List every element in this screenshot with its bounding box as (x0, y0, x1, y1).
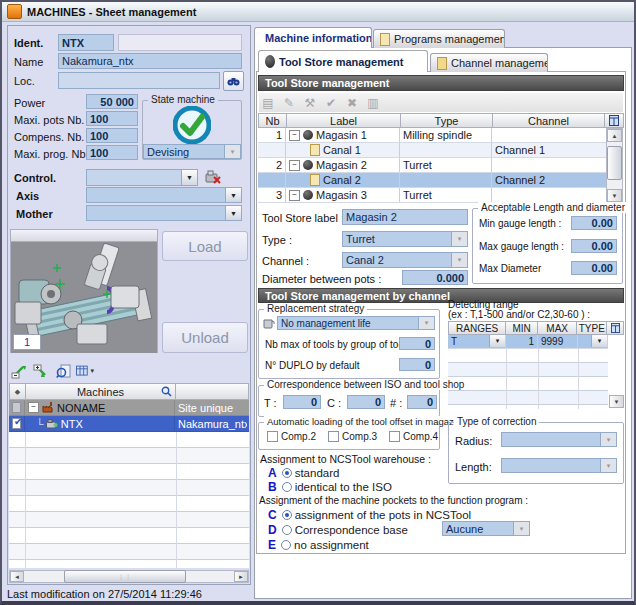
diameter-field[interactable]: 0.000 (402, 270, 468, 285)
duplo-field[interactable]: 0 (399, 358, 435, 371)
radio-a-standard[interactable]: A standard (268, 466, 339, 480)
ranges-row[interactable]: T ▾ 1 9999 ▾ (448, 335, 608, 349)
c-field[interactable]: 0 (347, 395, 385, 409)
store-label-field[interactable]: Magasin 2 (342, 209, 468, 225)
collapse-node-icon[interactable]: − (289, 130, 300, 141)
length-select[interactable]: ▾ (501, 458, 617, 473)
channel-select[interactable]: Canal 2 ▾ (342, 252, 468, 268)
chevron-down-icon[interactable]: ▾ (489, 335, 505, 347)
tree-row-ntx[interactable]: ✔ └ NTX Nakamura_ntx (9, 416, 249, 432)
grid-vertical-scrollbar[interactable]: ▲ ▼ (606, 128, 623, 203)
image-index-box[interactable]: 1 (13, 334, 41, 350)
replacement-select[interactable]: No management life ▾ (277, 316, 435, 330)
control-machine-icon[interactable] (205, 169, 221, 185)
name-field[interactable]: Nakamura_ntx (58, 53, 242, 69)
collapse-node-icon[interactable]: − (289, 190, 300, 201)
scrollbar-thumb[interactable]: ⋮⋮ (64, 570, 186, 583)
control-select[interactable]: ▼ (86, 169, 198, 186)
power-field[interactable]: 50 000 (86, 94, 138, 109)
checkbox-icon (389, 431, 400, 442)
row-checkbox-checked[interactable]: ✔ (12, 418, 21, 429)
nbmax-field[interactable]: 0 (399, 337, 435, 350)
comp4-checkbox[interactable]: Comp.4 (389, 431, 438, 442)
search-loc-button[interactable] (223, 71, 244, 91)
chevron-down-icon: ▾ (90, 367, 94, 375)
radius-select[interactable]: ▾ (501, 432, 617, 447)
tree-row-noname[interactable]: − NONAME Site unique (9, 400, 249, 416)
max-gauge-field[interactable]: 0.00 (571, 239, 617, 253)
scrollbar-thumb[interactable] (607, 146, 622, 180)
preview-icon (56, 364, 71, 379)
scroll-right-button[interactable]: ► (234, 571, 248, 582)
row-checkbox[interactable] (12, 402, 21, 413)
ranges-header[interactable]: RANGES MIN MAX TYPE (448, 321, 624, 335)
ident2-field[interactable] (118, 34, 242, 51)
tab-programs-management[interactable]: Programs management (373, 29, 505, 48)
column-chooser-icon[interactable] (611, 323, 620, 333)
expand-all-button[interactable] (32, 363, 50, 379)
left-arrow-icon: ◄ (14, 574, 20, 580)
maxi-prog-field[interactable]: 100 (86, 145, 138, 160)
warehouse-label: Assignment to NCSTool warehouse : (260, 453, 431, 465)
mother-select[interactable]: ▼ (86, 205, 242, 221)
scroll-up-button[interactable]: ▲ (607, 129, 622, 142)
ident-label: Ident. (14, 37, 43, 49)
ident-field[interactable]: NTX (58, 34, 114, 51)
axis-select[interactable]: ▼ (86, 187, 242, 203)
table-row[interactable]: 2 −Magasin 2 Turret (258, 158, 606, 173)
chevron-down-icon[interactable]: ▾ (591, 335, 607, 347)
validate-button[interactable]: ✔ (322, 95, 340, 111)
edit-button[interactable]: ✎ (280, 95, 298, 111)
state-machine-select[interactable]: Devising ▾ (143, 144, 241, 159)
unload-button[interactable]: Unload (162, 322, 248, 353)
comp2-checkbox[interactable]: Comp.2 (267, 431, 316, 442)
scroll-down-button[interactable]: ▼ (607, 189, 622, 202)
acceptable-group: Acceptable Length and diameter Min gauge… (472, 208, 623, 284)
tool-store-icon (265, 55, 275, 68)
collapse-node-icon[interactable]: − (289, 160, 300, 171)
tab-machine-informations[interactable]: Machine informations (254, 27, 372, 48)
collapse-all-button[interactable] (10, 363, 28, 379)
compens-field[interactable]: 100 (86, 128, 138, 143)
correspondence-base-select[interactable]: Aucune ▾ (442, 521, 530, 536)
radio-b-identical-iso[interactable]: B identical to the ISO (268, 480, 392, 494)
new-button[interactable]: ▤ (259, 95, 277, 111)
delete-button[interactable]: ✖ (343, 95, 361, 111)
table-row[interactable]: Canal 1 Channel 1 (258, 143, 606, 158)
machines-sheet-window: MACHINES - Sheet management Ident. NTX N… (0, 0, 636, 605)
columns-button[interactable]: ▾ (76, 363, 94, 379)
search-icon[interactable] (161, 386, 172, 397)
scroll-left-button[interactable]: ◄ (10, 571, 24, 582)
t-field[interactable]: 0 (283, 395, 321, 409)
radio-c-pots-ncstool[interactable]: C assignment of the pots in NCSTool (268, 508, 471, 522)
table-row[interactable]: 3 −Magasin 3 Turret (258, 188, 606, 203)
column-chooser-icon[interactable] (609, 115, 619, 126)
horizontal-scrollbar[interactable]: ◄ ⋮⋮ ► (9, 570, 249, 583)
table-row-selected[interactable]: Canal 2 Channel 2 (258, 173, 606, 188)
maxi-pots-field[interactable]: 100 (86, 111, 138, 126)
collapse-node-icon[interactable]: − (28, 402, 39, 413)
radio-e-no-assignment[interactable]: E no assignment (268, 538, 369, 552)
ranges-empty-rows (448, 349, 608, 409)
load-button[interactable]: Load (162, 231, 248, 261)
report-button[interactable]: ▥ (364, 95, 382, 111)
subtab-channel-management[interactable]: Channel management (430, 53, 548, 72)
tree-header[interactable]: ◆ Machines (9, 383, 249, 400)
type-select[interactable]: Turret ▾ (342, 231, 468, 247)
max-diameter-field[interactable]: 0.00 (571, 261, 617, 275)
loc-field[interactable] (58, 72, 220, 89)
comp3-checkbox[interactable]: Comp.3 (328, 431, 377, 442)
radio-d-correspondence-base[interactable]: D Correspondence base (268, 523, 408, 537)
subtab-tool-store-management[interactable]: Tool Store management (258, 50, 428, 72)
control-label: Control. (14, 172, 56, 184)
store-grid-header[interactable]: Nb Label Type Channel (258, 113, 624, 128)
title-bar[interactable]: MACHINES - Sheet management (2, 2, 634, 22)
hash-field[interactable]: 0 (407, 395, 437, 409)
table-row[interactable]: 1 −Magasin 1 Milling spindle (258, 128, 606, 143)
preview-button[interactable] (54, 363, 72, 379)
chevron-down-icon: ▾ (451, 232, 467, 246)
min-gauge-field[interactable]: 0.00 (571, 216, 617, 230)
radio-icon (282, 482, 292, 492)
tool-button[interactable]: ⚒ (301, 95, 319, 111)
ranges-scroll-down-button[interactable]: ▼ (609, 395, 624, 408)
